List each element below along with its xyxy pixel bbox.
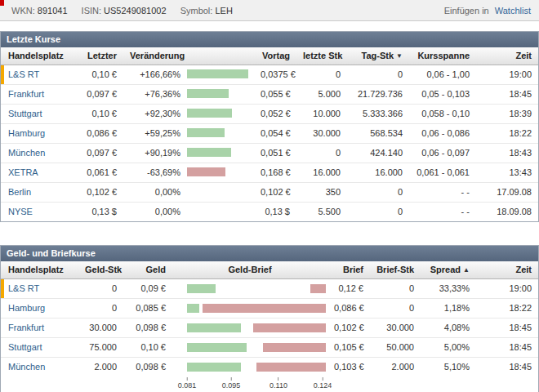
venue-link-hamburg[interactable]: Hamburg bbox=[8, 303, 45, 313]
axis-tick-mark bbox=[323, 377, 323, 381]
venue-link-berlin[interactable]: Berlin bbox=[8, 187, 31, 197]
column-header-spread[interactable]: Spread▲ bbox=[421, 261, 476, 278]
cell-kursspanne: 0,06 - 0,097 bbox=[409, 143, 476, 163]
brand-corner-marker bbox=[0, 0, 4, 6]
venue-link-frankfurt[interactable]: Frankfurt bbox=[8, 89, 44, 99]
column-label: Veränderung bbox=[130, 51, 185, 60]
column-header-tag-stk[interactable]: Tag-Stk▼ bbox=[347, 47, 409, 65]
column-header-letzter[interactable]: Letzter bbox=[78, 47, 123, 65]
watchlist-area: Einfügen in Watchlist bbox=[444, 6, 531, 16]
cell-kursspanne: 0,05 - 0,103 bbox=[409, 84, 476, 104]
cell-brief-stk: 0 bbox=[370, 278, 421, 298]
geld-brief-title: Geld- und Briefkurse bbox=[1, 246, 538, 261]
cell-tag-stk: 21.729.736 bbox=[347, 84, 409, 104]
cell-geld-stk: 75.000 bbox=[78, 337, 123, 357]
positive-change-bar bbox=[187, 128, 225, 137]
cell-handelsplatz: Hamburg bbox=[1, 298, 78, 318]
cell-handelsplatz: Stuttgart bbox=[1, 337, 78, 357]
column-label: Geld-Brief bbox=[228, 265, 271, 274]
venue-link-hamburg[interactable]: Hamburg bbox=[8, 128, 45, 138]
column-label: Handelsplatz bbox=[8, 265, 64, 274]
column-header-brief-stk[interactable]: Brief-Stk bbox=[370, 261, 421, 278]
cell-handelsplatz: München bbox=[1, 143, 78, 163]
cell-vortag: 0,13 $ bbox=[254, 202, 296, 221]
cell-letzter: 0,061 € bbox=[78, 163, 123, 182]
venue-link-stuttgart[interactable]: Stuttgart bbox=[8, 109, 42, 118]
quote-row-stuttgart: Stuttgart0,10 €+92,30%0,052 €10.0005.333… bbox=[1, 104, 538, 123]
axis-tick: 0.124 bbox=[314, 377, 332, 390]
bid-ask-track bbox=[187, 343, 326, 352]
axis-tick-label: 0.110 bbox=[270, 381, 287, 390]
positive-change-bar bbox=[187, 89, 229, 98]
change-percent: -63,69% bbox=[123, 167, 180, 177]
column-header-handelsplatz[interactable]: Handelsplatz bbox=[1, 261, 78, 278]
column-header-kursspanne[interactable]: Kursspanne bbox=[409, 47, 476, 65]
cell-geld: 0,10 € bbox=[123, 337, 172, 357]
venue-link-l-s-rt[interactable]: L&S RT bbox=[8, 283, 39, 293]
watchlist-link[interactable]: Watchlist bbox=[495, 6, 531, 16]
axis-tick-label: 0.081 bbox=[178, 381, 197, 390]
column-header-zeit[interactable]: Zeit bbox=[476, 261, 538, 278]
ask-bar bbox=[203, 304, 326, 313]
cell-veraenderung: 0,00% bbox=[123, 182, 254, 202]
cell-geld-brief bbox=[172, 318, 327, 337]
cell-veraenderung: +166,66% bbox=[123, 65, 254, 84]
venue-link-frankfurt[interactable]: Frankfurt bbox=[8, 323, 44, 332]
watchlist-prefix: Einfügen in bbox=[444, 6, 489, 16]
column-header-vortag[interactable]: Vortag bbox=[254, 47, 296, 65]
quote-row-xetra: XETRA0,061 €-63,69%0,168 €16.00016.0000,… bbox=[1, 163, 538, 182]
cell-vortag: 0,052 € bbox=[254, 104, 296, 123]
column-header-geld-brief[interactable]: Geld-Brief bbox=[172, 261, 327, 278]
wkn-value: 891041 bbox=[38, 6, 68, 16]
column-header-brief[interactable]: Brief bbox=[327, 261, 370, 278]
cell-kursspanne: 0,06 - 1,00 bbox=[409, 65, 476, 84]
cell-tag-stk: 16.000 bbox=[347, 163, 409, 182]
cell-letzter: 0,10 € bbox=[78, 65, 123, 84]
cell-zeit: 17.09.08 bbox=[476, 182, 538, 202]
venue-link-nyse[interactable]: NYSE bbox=[8, 207, 33, 216]
isin-value: US5249081002 bbox=[104, 6, 166, 16]
cell-geld-brief bbox=[172, 337, 327, 357]
venue-link-xetra[interactable]: XETRA bbox=[8, 167, 38, 177]
column-header-ver-nderung[interactable]: Veränderung bbox=[123, 47, 254, 65]
cell-geld: 0,098 € bbox=[123, 318, 172, 337]
column-label: Geld bbox=[146, 265, 166, 274]
cell-zeit: 18:39 bbox=[476, 104, 538, 123]
cell-handelsplatz: L&S RT bbox=[1, 65, 78, 84]
bid-ask-track bbox=[187, 304, 326, 313]
change-percent: +92,30% bbox=[123, 109, 180, 118]
axis-tick-mark bbox=[231, 377, 232, 381]
bidask-row-frankfurt: Frankfurt30.0000,098 €0,102 €30.0004,08%… bbox=[1, 318, 538, 337]
instrument-identifiers: WKN: 891041 ISIN: US5249081002 Symbol: L… bbox=[11, 6, 244, 16]
column-header-letzte-stk[interactable]: letzte Stk bbox=[296, 47, 347, 65]
cell-handelsplatz: Berlin bbox=[1, 182, 78, 202]
cell-letzte-stk: 10.000 bbox=[296, 104, 347, 123]
cell-geld-brief bbox=[172, 298, 327, 318]
cell-tag-stk: 424.140 bbox=[347, 143, 409, 163]
cell-letzte-stk: 350 bbox=[296, 182, 347, 202]
cell-geld: 0,085 € bbox=[123, 298, 172, 318]
venue-link-m-nchen[interactable]: München bbox=[8, 362, 45, 372]
column-header-zeit[interactable]: Zeit bbox=[476, 47, 538, 65]
cell-brief-stk: 2.000 bbox=[370, 357, 421, 376]
column-header-geld-stk[interactable]: Geld-Stk bbox=[78, 261, 123, 278]
column-header-handelsplatz[interactable]: Handelsplatz bbox=[1, 47, 78, 65]
cell-kursspanne: 0,061 - 0,061 bbox=[409, 163, 476, 182]
cell-kursspanne: 0,058 - 0,10 bbox=[409, 104, 476, 123]
venue-link-m-nchen[interactable]: München bbox=[8, 148, 45, 158]
cell-brief-stk: 0 bbox=[370, 298, 421, 318]
cell-letzter: 0,097 € bbox=[78, 143, 123, 163]
venue-link-l-s-rt[interactable]: L&S RT bbox=[8, 69, 39, 79]
cell-zeit: 18:22 bbox=[476, 298, 538, 318]
cell-letzter: 0,10 € bbox=[78, 104, 123, 123]
change-percent: +59,25% bbox=[123, 128, 180, 138]
cell-zeit: 18:45 bbox=[476, 357, 538, 376]
column-header-geld[interactable]: Geld bbox=[123, 261, 172, 278]
negative-change-bar bbox=[187, 167, 225, 176]
cell-letzter: 0,13 $ bbox=[78, 202, 123, 221]
venue-link-stuttgart[interactable]: Stuttgart bbox=[8, 342, 42, 352]
cell-zeit: 18:45 bbox=[476, 318, 538, 337]
cell-brief: 0,102 € bbox=[327, 318, 370, 337]
cell-zeit: 18.09.08 bbox=[476, 202, 538, 221]
cell-brief: 0,086 € bbox=[327, 298, 370, 318]
